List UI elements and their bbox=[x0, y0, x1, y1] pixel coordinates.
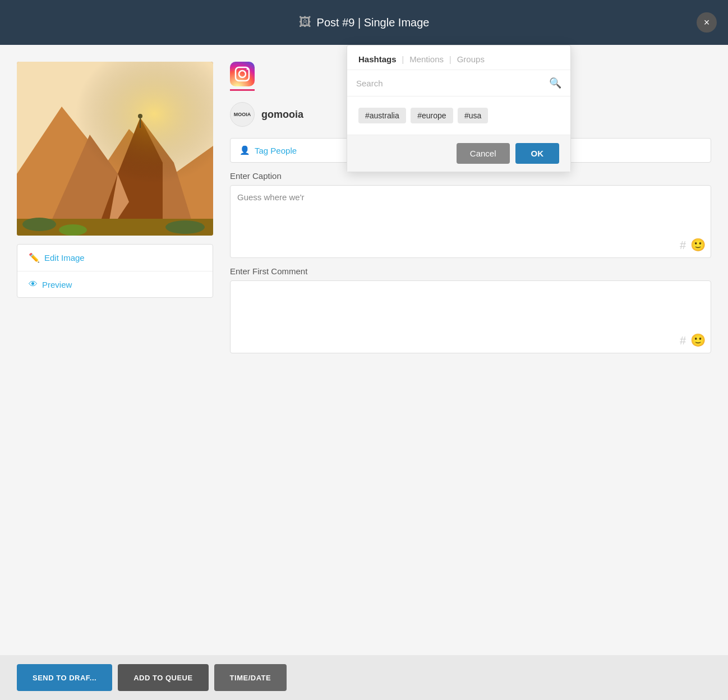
instagram-tab[interactable] bbox=[230, 62, 255, 91]
edit-image-button[interactable]: ✏️ Edit Image bbox=[17, 245, 213, 271]
close-icon: × bbox=[704, 17, 710, 29]
tab-separator-2: | bbox=[449, 55, 451, 64]
hashtag-search-input[interactable] bbox=[356, 79, 545, 88]
svg-rect-12 bbox=[230, 62, 255, 86]
comment-hashtag-icon[interactable]: # bbox=[680, 334, 686, 347]
tag-people-label: Tag People bbox=[255, 146, 297, 155]
groups-tab[interactable]: Groups bbox=[457, 54, 485, 64]
mentions-tab[interactable]: Mentions bbox=[409, 54, 444, 64]
preview-button[interactable]: 👁 Preview bbox=[17, 271, 213, 297]
avatar-text: MOOIA bbox=[234, 112, 251, 117]
hashtag-item[interactable]: #europe bbox=[411, 108, 453, 123]
svg-point-15 bbox=[247, 68, 248, 70]
popup-tabs: Hashtags | Mentions | Groups bbox=[347, 45, 570, 70]
caption-wrapper: Guess where we'r # 🙂 bbox=[230, 185, 711, 258]
popup-footer: Cancel OK bbox=[347, 135, 570, 172]
comment-icons: # 🙂 bbox=[680, 333, 706, 348]
footer: SEND TO DRAF... ADD TO QUEUE TIME/DATE bbox=[0, 655, 728, 700]
hashtags-tab[interactable]: Hashtags bbox=[358, 54, 397, 64]
add-to-queue-button[interactable]: ADD TO QUEUE bbox=[118, 664, 208, 691]
tag-people-button[interactable]: 👤 Tag People bbox=[239, 145, 297, 155]
tag-people-icon: 👤 bbox=[239, 145, 250, 155]
emoji-icon[interactable]: 🙂 bbox=[690, 238, 706, 252]
caption-label: Enter Caption bbox=[230, 171, 711, 181]
comment-wrapper: # 🙂 bbox=[230, 280, 711, 353]
search-icon: 🔍 bbox=[549, 77, 561, 89]
close-button[interactable]: × bbox=[697, 12, 717, 33]
hashtag-item[interactable]: #usa bbox=[458, 108, 488, 123]
header-title: Post #9 | Single Image bbox=[317, 16, 430, 29]
header: 🖼 Post #9 | Single Image × bbox=[0, 0, 728, 45]
svg-rect-11 bbox=[17, 62, 213, 236]
main-content: ✏️ Edit Image 👁 Preview bbox=[0, 45, 728, 662]
edit-image-label: Edit Image bbox=[44, 253, 85, 262]
ok-button[interactable]: OK bbox=[515, 143, 560, 164]
account-avatar: MOOIA bbox=[230, 102, 255, 127]
edit-icon: ✏️ bbox=[29, 252, 40, 263]
image-preview bbox=[17, 62, 213, 236]
hashtag-list: #australia #europe #usa bbox=[347, 96, 570, 135]
preview-label: Preview bbox=[42, 280, 72, 289]
first-comment-label: Enter First Comment bbox=[230, 266, 711, 276]
comment-input[interactable] bbox=[230, 280, 711, 353]
time-date-button[interactable]: TIME/DATE bbox=[214, 664, 287, 691]
tab-separator-1: | bbox=[402, 55, 404, 64]
caption-input[interactable]: Guess where we'r bbox=[230, 185, 711, 258]
image-actions-panel: ✏️ Edit Image 👁 Preview bbox=[17, 244, 213, 298]
hashtag-icon[interactable]: # bbox=[680, 239, 686, 252]
comment-emoji-icon[interactable]: 🙂 bbox=[690, 333, 706, 348]
left-panel: ✏️ Edit Image 👁 Preview bbox=[17, 62, 213, 645]
caption-icons: # 🙂 bbox=[680, 238, 706, 252]
send-to-draft-button[interactable]: SEND TO DRAF... bbox=[17, 664, 112, 691]
hashtag-item[interactable]: #australia bbox=[358, 108, 406, 123]
header-title-group: 🖼 Post #9 | Single Image bbox=[299, 15, 430, 30]
popup-search-area: 🔍 bbox=[347, 70, 570, 96]
account-name: gomooia bbox=[261, 109, 303, 121]
eye-icon: 👁 bbox=[29, 279, 38, 289]
hashtag-popup: Hashtags | Mentions | Groups 🔍 #australi… bbox=[347, 45, 571, 172]
post-icon: 🖼 bbox=[299, 15, 311, 30]
cancel-button[interactable]: Cancel bbox=[457, 143, 510, 164]
